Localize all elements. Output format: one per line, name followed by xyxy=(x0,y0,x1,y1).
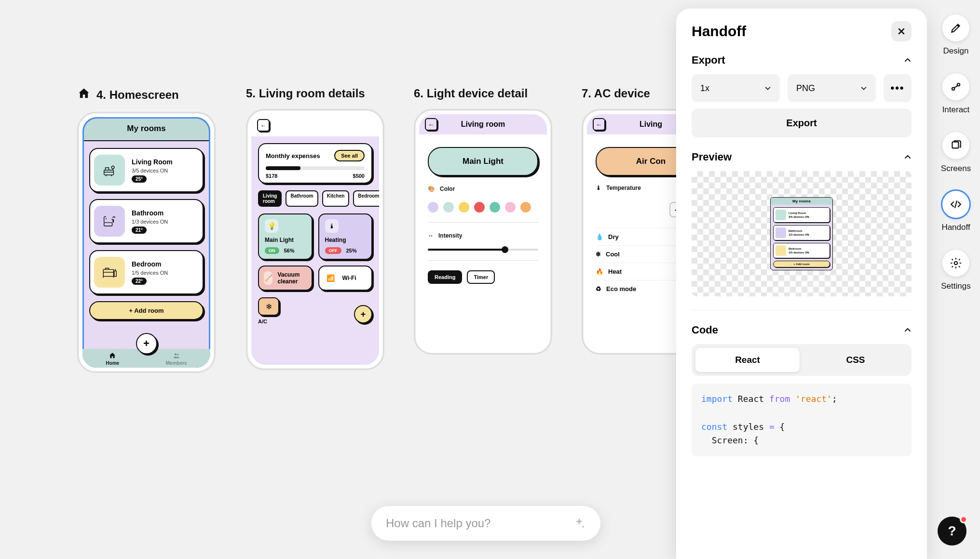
palette-icon: 🎨 xyxy=(428,186,435,192)
main-light-button[interactable]: Main Light xyxy=(428,147,538,176)
expenses-card[interactable]: Monthly expenses See all $178 $500 xyxy=(258,143,372,184)
more-button[interactable]: ••• xyxy=(884,74,912,102)
slider-icon: ↔ xyxy=(428,232,434,239)
color-swatch[interactable] xyxy=(490,202,500,213)
room-name: Bathroom xyxy=(132,209,168,217)
room-sub: 1/3 devices ON xyxy=(132,219,168,225)
rail-button-settings[interactable] xyxy=(942,250,969,277)
code-tab-css[interactable]: CSS xyxy=(803,348,908,372)
screen-label: 4. Homescreen xyxy=(77,87,216,103)
help-button[interactable]: ? xyxy=(938,517,966,546)
prompt-bar[interactable]: How can I help you? xyxy=(371,506,600,541)
svg-rect-4 xyxy=(114,271,116,276)
rail-button-screens[interactable] xyxy=(942,132,969,159)
color-swatch[interactable] xyxy=(428,202,438,213)
export-button[interactable]: Export xyxy=(692,109,912,137)
phone-screen-homescreen[interactable]: My rooms Living Room 3/5 devices ON 25° xyxy=(82,117,210,368)
prompt-input[interactable]: How can I help you? xyxy=(386,517,564,530)
device-vacuum[interactable]: 🧹 Vacuum cleaner xyxy=(258,266,313,291)
gear-icon xyxy=(950,257,962,269)
rail-item-screens[interactable]: Screens xyxy=(941,132,971,173)
room-card-bathroom[interactable]: Bathroom 1/3 devices ON 21° xyxy=(89,199,204,243)
code-tab-react[interactable]: React xyxy=(695,348,800,372)
fab-add[interactable]: + xyxy=(136,333,157,354)
rail-item-design[interactable]: Design xyxy=(942,14,969,56)
room-info: Bathroom 1/3 devices ON 21° xyxy=(132,209,168,234)
intensity-slider[interactable] xyxy=(428,249,538,251)
back-button[interactable]: ← xyxy=(593,118,605,131)
vacuum-icon: 🧹 xyxy=(264,271,272,285)
room-card-living-room[interactable]: Living Room 3/5 devices ON 25° xyxy=(89,148,204,192)
wifi-icon: 📶 xyxy=(324,271,338,285)
device-ac[interactable]: ❄ A/C xyxy=(258,297,279,324)
mode-timer[interactable]: Timer xyxy=(467,270,495,284)
svg-point-5 xyxy=(175,353,177,355)
screen-homescreen-group[interactable]: 4. Homescreen My rooms Living Room 3/5 d… xyxy=(77,87,216,373)
tab-members[interactable]: Members xyxy=(166,352,187,366)
back-button[interactable]: ← xyxy=(257,119,270,132)
phone-screen-living-room[interactable]: ← Monthly expenses See all $178 $500 xyxy=(251,114,379,365)
color-swatch[interactable] xyxy=(443,202,454,213)
tag-bathroom[interactable]: Bathroom xyxy=(286,190,318,207)
code-title: Code xyxy=(692,324,718,336)
color-swatch[interactable] xyxy=(459,202,469,213)
panel-body[interactable]: Export 1x PNG ••• Export Preview xyxy=(676,54,927,559)
color-swatch[interactable] xyxy=(505,202,516,213)
handoff-panel: Handoff Export 1x PNG ••• Export xyxy=(676,9,927,559)
expenses-max: $500 xyxy=(353,173,365,179)
device-pct: 56% xyxy=(284,248,295,253)
device-name: A/C xyxy=(258,319,267,324)
export-section-header[interactable]: Export xyxy=(692,54,912,67)
home-icon xyxy=(77,87,91,103)
rail-item-interact[interactable]: Interact xyxy=(942,73,970,115)
back-button[interactable]: ← xyxy=(425,118,437,131)
preview-section-header[interactable]: Preview xyxy=(692,151,912,163)
close-button[interactable] xyxy=(891,21,912,41)
phone-screen-light-detail[interactable]: ← Living room Main Light 🎨Color xyxy=(419,114,547,349)
rail-item-settings[interactable]: Settings xyxy=(941,250,970,291)
tag-living-room[interactable]: Living room xyxy=(258,190,282,207)
code-section-header[interactable]: Code xyxy=(692,324,912,336)
tag-bedroom[interactable]: Bedroom xyxy=(353,190,379,207)
code-block[interactable]: import React from 'react'; const styles … xyxy=(692,384,912,456)
format-select[interactable]: PNG xyxy=(788,74,876,102)
lightbulb-icon: 💡 xyxy=(265,219,278,233)
rail-item-handoff[interactable]: Handoff xyxy=(941,191,970,232)
screen-label-text: 7. AC device xyxy=(582,87,650,100)
device-main-light[interactable]: 💡 Main Light ON56% xyxy=(258,213,313,260)
phone-frame[interactable]: ← Living room Main Light 🎨Color xyxy=(414,109,552,355)
mode-reading[interactable]: Reading xyxy=(428,270,462,284)
homescreen-body: Living Room 3/5 devices ON 25° Bathroom … xyxy=(82,141,210,353)
notification-dot xyxy=(960,516,967,523)
tab-home[interactable]: Home xyxy=(106,352,119,366)
svg-point-8 xyxy=(957,83,960,86)
device-name: Main Light xyxy=(265,237,306,243)
rail-button-interact[interactable] xyxy=(942,73,969,100)
expenses-bar xyxy=(266,166,365,170)
screen-light-detail-group[interactable]: 6. Light device detail ← Living room Mai… xyxy=(414,87,552,355)
rail-label: Interact xyxy=(942,105,970,115)
phone-frame[interactable]: ← Monthly expenses See all $178 $500 xyxy=(246,109,384,370)
color-swatches xyxy=(428,202,538,213)
color-swatch[interactable] xyxy=(520,202,531,213)
interact-icon xyxy=(950,80,962,93)
add-room-button[interactable]: + Add room xyxy=(89,301,204,320)
preview-thumbnail: My rooms Living Room3/5 devices ON Bathr… xyxy=(770,197,833,270)
divider xyxy=(692,310,912,310)
rail-button-handoff[interactable] xyxy=(942,191,969,218)
device-heating[interactable]: 🌡 Heating OFF25% xyxy=(318,213,373,260)
svg-point-10 xyxy=(954,262,958,265)
light-mode-row: Reading Timer xyxy=(428,270,538,284)
see-all-button[interactable]: See all xyxy=(334,150,365,161)
device-wifi[interactable]: 📶 Wi-Fi xyxy=(318,266,373,291)
intensity-section-label: ↔Intensity xyxy=(428,232,538,239)
color-swatch[interactable] xyxy=(474,202,485,213)
scale-select[interactable]: 1x xyxy=(692,74,780,102)
add-device-button[interactable]: + xyxy=(354,305,372,323)
rail-button-design[interactable] xyxy=(942,14,969,41)
screen-living-room-group[interactable]: 5. Living room details ← Monthly expense… xyxy=(246,87,384,370)
room-card-bedroom[interactable]: Bedroom 1/5 devices ON 22° xyxy=(89,250,204,294)
tag-kitchen[interactable]: Kitchen xyxy=(322,190,350,207)
color-section-label: 🎨Color xyxy=(428,186,538,192)
phone-frame[interactable]: My rooms Living Room 3/5 devices ON 25° xyxy=(77,112,216,373)
